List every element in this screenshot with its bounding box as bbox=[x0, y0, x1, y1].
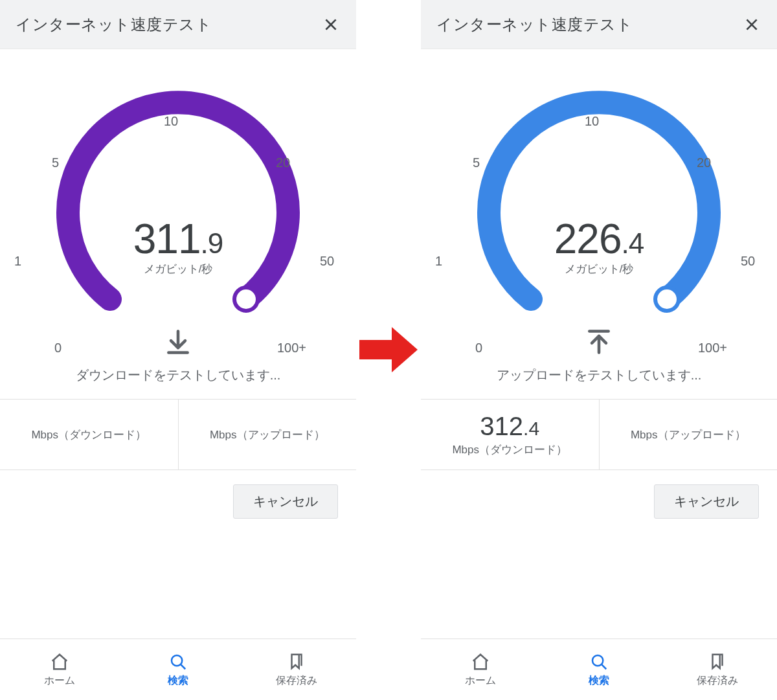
bottom-nav: ホーム 検索 保存済み bbox=[421, 638, 777, 700]
speed-value: 311.9 メガビット/秒 bbox=[133, 215, 223, 277]
download-icon bbox=[164, 328, 192, 359]
result-upload: Mbps（アップロード） bbox=[599, 400, 778, 469]
speed-unit: メガビット/秒 bbox=[554, 262, 644, 277]
header: インターネット速度テスト bbox=[0, 0, 356, 49]
gauge-arc bbox=[42, 71, 314, 343]
home-icon bbox=[50, 652, 69, 672]
status-text: ダウンロードをテストしています... bbox=[0, 367, 356, 384]
bottom-nav: ホーム 検索 保存済み bbox=[0, 638, 356, 700]
transition-arrow-icon bbox=[356, 317, 421, 382]
page-title: インターネット速度テスト bbox=[436, 14, 633, 35]
tick-0: 0 bbox=[475, 341, 482, 356]
tick-20: 20 bbox=[276, 155, 290, 170]
bookmark-icon bbox=[708, 652, 727, 672]
search-icon bbox=[589, 652, 609, 672]
tick-20: 20 bbox=[697, 155, 711, 170]
tick-1: 1 bbox=[435, 254, 442, 269]
home-icon bbox=[471, 652, 490, 672]
result-row: Mbps（ダウンロード） Mbps（アップロード） bbox=[0, 399, 356, 470]
tick-50: 50 bbox=[741, 254, 755, 269]
screen-upload-test: インターネット速度テスト 0 1 5 10 20 50 100+ 226.4 メ… bbox=[421, 0, 777, 700]
nav-search[interactable]: 検索 bbox=[118, 639, 237, 700]
speed-gauge: 0 1 5 10 20 50 100+ 311.9 メガビット/秒 ダウンロード… bbox=[0, 49, 356, 399]
nav-home[interactable]: ホーム bbox=[0, 639, 118, 700]
cancel-button[interactable]: キャンセル bbox=[654, 484, 759, 519]
gauge-arc bbox=[463, 71, 735, 343]
svg-point-3 bbox=[592, 655, 603, 666]
tick-5: 5 bbox=[473, 155, 480, 170]
nav-home[interactable]: ホーム bbox=[421, 639, 539, 700]
result-upload: Mbps（アップロード） bbox=[178, 400, 357, 469]
nav-saved[interactable]: 保存済み bbox=[238, 639, 356, 700]
search-icon bbox=[168, 652, 188, 672]
tick-50: 50 bbox=[320, 254, 334, 269]
page-title: インターネット速度テスト bbox=[16, 14, 212, 35]
svg-point-0 bbox=[234, 288, 258, 311]
result-download: Mbps（ダウンロード） bbox=[0, 400, 178, 469]
svg-point-1 bbox=[172, 655, 182, 666]
nav-saved[interactable]: 保存済み bbox=[659, 639, 777, 700]
tick-10: 10 bbox=[164, 114, 178, 129]
close-button[interactable] bbox=[320, 14, 342, 36]
svg-point-2 bbox=[655, 288, 679, 311]
tick-100: 100+ bbox=[698, 341, 727, 356]
speed-value: 226.4 メガビット/秒 bbox=[554, 215, 644, 277]
tick-5: 5 bbox=[52, 155, 59, 170]
tick-1: 1 bbox=[14, 254, 21, 269]
cancel-button[interactable]: キャンセル bbox=[233, 484, 338, 519]
status-text: アップロードをテストしています... bbox=[421, 367, 777, 384]
result-row: 312.4 Mbps（ダウンロード） Mbps（アップロード） bbox=[421, 399, 777, 470]
close-button[interactable] bbox=[741, 14, 763, 36]
tick-10: 10 bbox=[585, 114, 599, 129]
result-download: 312.4 Mbps（ダウンロード） bbox=[421, 400, 599, 469]
speed-gauge: 0 1 5 10 20 50 100+ 226.4 メガビット/秒 アップロード… bbox=[421, 49, 777, 399]
speed-unit: メガビット/秒 bbox=[133, 262, 223, 277]
tick-0: 0 bbox=[54, 341, 62, 356]
nav-search[interactable]: 検索 bbox=[539, 639, 658, 700]
tick-100: 100+ bbox=[277, 341, 306, 356]
upload-icon bbox=[585, 328, 613, 359]
header: インターネット速度テスト bbox=[421, 0, 777, 49]
screen-download-test: インターネット速度テスト 0 1 5 10 20 50 100+ 311.9 メ… bbox=[0, 0, 356, 700]
close-icon bbox=[322, 16, 339, 33]
bookmark-icon bbox=[287, 652, 306, 672]
close-icon bbox=[743, 16, 760, 33]
